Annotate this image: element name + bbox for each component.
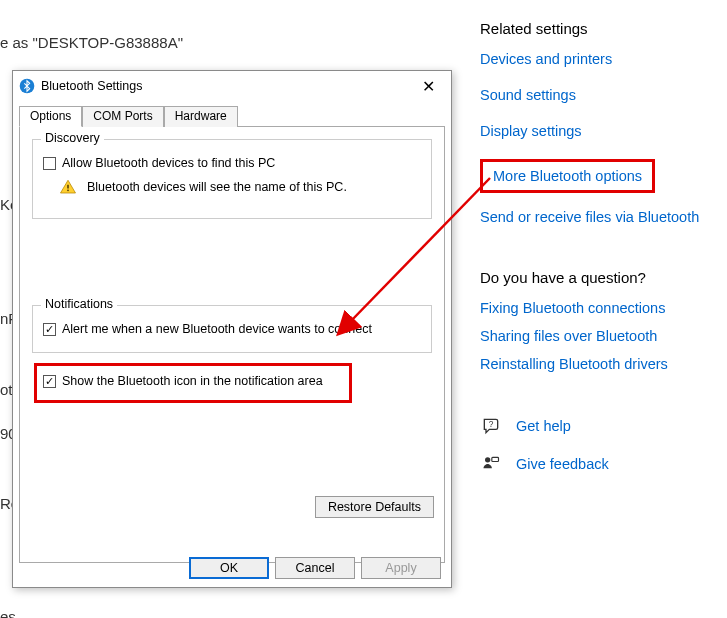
link-sharing-files[interactable]: Sharing files over Bluetooth bbox=[480, 328, 710, 344]
titlebar: Bluetooth Settings ✕ bbox=[13, 71, 451, 101]
tab-options[interactable]: Options bbox=[19, 106, 82, 127]
link-send-receive-files[interactable]: Send or receive files via Bluetooth bbox=[480, 209, 710, 225]
link-more-bluetooth-options[interactable]: More Bluetooth options bbox=[493, 168, 642, 184]
link-sound-settings[interactable]: Sound settings bbox=[480, 87, 710, 103]
notifications-group: Notifications ✓ Alert me when a new Blue… bbox=[32, 305, 432, 353]
highlight-more-bluetooth-options: More Bluetooth options bbox=[480, 159, 655, 193]
related-settings-panel: Related settings Devices and printers So… bbox=[480, 20, 710, 492]
background-discoverable-text: e as "DESKTOP-G83888A" bbox=[0, 34, 183, 51]
get-help-row[interactable]: ? Get help bbox=[480, 416, 710, 436]
bluetooth-settings-dialog: Bluetooth Settings ✕ Options COM Ports H… bbox=[12, 70, 452, 588]
link-give-feedback[interactable]: Give feedback bbox=[516, 456, 609, 472]
tab-com-ports[interactable]: COM Ports bbox=[82, 106, 163, 127]
tab-body: Discovery Allow Bluetooth devices to fin… bbox=[19, 127, 445, 563]
bluetooth-icon bbox=[19, 78, 35, 94]
tabs: Options COM Ports Hardware bbox=[19, 105, 445, 127]
ok-button[interactable]: OK bbox=[189, 557, 269, 579]
close-button[interactable]: ✕ bbox=[411, 77, 445, 96]
tab-hardware[interactable]: Hardware bbox=[164, 106, 238, 127]
question-heading: Do you have a question? bbox=[480, 269, 710, 286]
discovery-group: Discovery Allow Bluetooth devices to fin… bbox=[32, 139, 432, 219]
svg-rect-5 bbox=[67, 190, 69, 192]
link-devices-printers[interactable]: Devices and printers bbox=[480, 51, 710, 67]
svg-rect-2 bbox=[492, 457, 499, 461]
bg-fragment: ot bbox=[0, 381, 13, 398]
dialog-buttons: OK Cancel Apply bbox=[189, 557, 441, 579]
checkbox-alert-new-device[interactable]: ✓ bbox=[43, 323, 56, 336]
restore-defaults-button[interactable]: Restore Defaults bbox=[315, 496, 434, 518]
feedback-icon bbox=[480, 454, 502, 474]
svg-rect-4 bbox=[67, 185, 69, 189]
discovery-note: Bluetooth devices will see the name of t… bbox=[87, 180, 347, 194]
apply-button[interactable]: Apply bbox=[361, 557, 441, 579]
notifications-legend: Notifications bbox=[41, 297, 117, 311]
svg-text:?: ? bbox=[489, 419, 494, 429]
bg-fragment: es bbox=[0, 608, 16, 618]
checkbox-allow-find[interactable] bbox=[43, 157, 56, 170]
chat-help-icon: ? bbox=[480, 416, 502, 436]
related-settings-heading: Related settings bbox=[480, 20, 710, 37]
link-display-settings[interactable]: Display settings bbox=[480, 123, 710, 139]
checkbox-alert-new-device-label: Alert me when a new Bluetooth device wan… bbox=[62, 322, 372, 336]
warning-icon bbox=[59, 178, 77, 196]
checkbox-show-bt-icon[interactable]: ✓ bbox=[43, 375, 56, 388]
checkbox-show-bt-icon-label: Show the Bluetooth icon in the notificat… bbox=[62, 374, 323, 388]
cancel-button[interactable]: Cancel bbox=[275, 557, 355, 579]
highlight-show-icon: ✓ Show the Bluetooth icon in the notific… bbox=[34, 363, 352, 403]
checkbox-allow-find-label: Allow Bluetooth devices to find this PC bbox=[62, 156, 275, 170]
give-feedback-row[interactable]: Give feedback bbox=[480, 454, 710, 474]
link-get-help[interactable]: Get help bbox=[516, 418, 571, 434]
dialog-title: Bluetooth Settings bbox=[41, 79, 411, 93]
discovery-legend: Discovery bbox=[41, 131, 104, 145]
link-reinstalling-drivers[interactable]: Reinstalling Bluetooth drivers bbox=[480, 356, 710, 372]
svg-point-1 bbox=[485, 457, 490, 462]
link-fixing-bluetooth[interactable]: Fixing Bluetooth connections bbox=[480, 300, 710, 316]
